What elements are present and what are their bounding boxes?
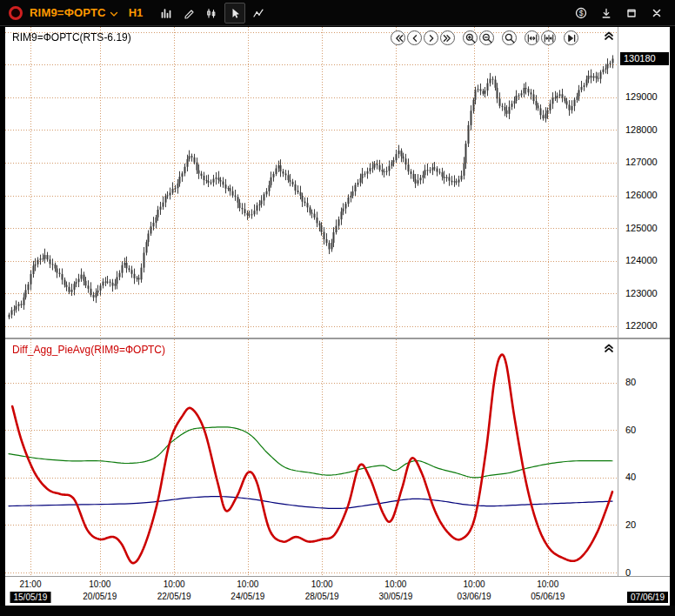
svg-text:$: $	[579, 9, 584, 17]
title-bar[interactable]: RIM9=ФОРТС H1 $	[0, 0, 675, 26]
chart-mode-button[interactable]	[202, 3, 221, 23]
maximize-button[interactable]	[622, 3, 641, 23]
date-label: 28/05/19	[305, 592, 339, 601]
indicator-axis-label: 80	[625, 377, 636, 387]
date-label: 15/05/19	[10, 592, 51, 603]
chart-area: RIM9=ФОРТС(RTS-6.19) 130180 122000123000…	[5, 27, 670, 606]
indicator-panel-title: Diff_Agg_PieAvg(RIM9=ФОРТС)	[12, 344, 165, 356]
trading-terminal-window: RIM9=ФОРТС H1 $ RIM9=ФОРТС(RTS-6.19) 130…	[0, 0, 675, 616]
timeframe-label[interactable]: H1	[129, 6, 144, 19]
indicator-axis-label: 60	[625, 425, 636, 435]
time-label: 10:00	[89, 579, 110, 589]
scroll-end-button[interactable]	[440, 30, 455, 45]
price-axis-label: 125000	[625, 223, 658, 233]
roll-down-button[interactable]	[597, 3, 616, 23]
cursor-button[interactable]	[224, 3, 245, 23]
indicator-axis-label: 20	[625, 519, 636, 530]
scroll-start-button[interactable]	[391, 30, 405, 45]
compress-width-button[interactable]	[541, 30, 556, 45]
time-label: 10:00	[384, 579, 406, 589]
close-button[interactable]	[647, 3, 666, 23]
window-frame-bottom	[0, 606, 675, 616]
zoom-out-button[interactable]	[479, 30, 494, 45]
time-label: 10:00	[537, 579, 558, 589]
current-price-box: 130180	[620, 52, 669, 65]
time-axis[interactable]: 21:0010:0010:0010:0010:0010:0010:0010:00…	[5, 576, 670, 606]
window-controls: $	[571, 3, 668, 23]
price-axis-label: 124000	[625, 255, 658, 265]
date-label: 05/06/19	[531, 592, 565, 601]
indicator-axis-label: 40	[625, 472, 636, 482]
price-axis[interactable]: 130180 122000123000124000125000126000127…	[618, 27, 670, 338]
toolbar	[153, 3, 268, 23]
money-button[interactable]: $	[571, 3, 591, 23]
chevron-down-icon[interactable]	[108, 8, 120, 20]
price-chart-canvas[interactable]	[5, 27, 618, 338]
price-axis-label: 123000	[625, 288, 658, 298]
time-label: 10:00	[464, 579, 485, 589]
go-to-end-button[interactable]	[564, 30, 578, 45]
time-label: 10:00	[164, 579, 185, 589]
price-axis-label: 126000	[625, 190, 658, 200]
date-label: 20/05/19	[83, 592, 117, 601]
price-axis-label: 127000	[625, 157, 658, 167]
scroll-right-button[interactable]	[424, 30, 438, 45]
price-axis-label: 129000	[625, 91, 658, 102]
date-label: 30/05/19	[378, 592, 412, 601]
indicator-canvas[interactable]	[5, 339, 618, 576]
collapse-price-panel-button[interactable]	[603, 29, 615, 44]
chart-nav-toolbar	[389, 30, 578, 45]
time-label: 10:00	[237, 579, 258, 589]
date-label: 24/05/19	[231, 592, 264, 601]
price-panel: RIM9=ФОРТС(RTS-6.19) 130180 122000123000…	[5, 27, 670, 338]
zoom-reset-button[interactable]	[502, 30, 517, 45]
symbol-selector[interactable]: RIM9=ФОРТС	[30, 6, 106, 19]
zoom-in-button[interactable]	[463, 30, 478, 45]
date-label: 22/05/19	[157, 592, 191, 601]
draw-button[interactable]	[179, 3, 198, 23]
indicators-button[interactable]	[249, 3, 268, 23]
connection-status-icon	[9, 6, 23, 20]
time-label: 21:00	[19, 579, 41, 589]
times-row: 21:0010:0010:0010:0010:0010:0010:0010:00	[5, 579, 670, 591]
dates-row: 15/05/1920/05/1922/05/1924/05/1928/05/19…	[5, 591, 670, 606]
date-label: 07/06/19	[627, 592, 668, 603]
price-panel-title: RIM9=ФОРТС(RTS-6.19)	[12, 31, 131, 44]
date-label: 03/06/19	[458, 592, 491, 601]
scroll-left-button[interactable]	[407, 30, 422, 45]
chart-type-button[interactable]	[157, 3, 176, 23]
price-axis-label: 128000	[625, 124, 658, 135]
collapse-indicator-panel-button[interactable]	[603, 341, 615, 357]
indicator-axis[interactable]: 020406080	[618, 339, 670, 576]
price-axis-label: 122000	[625, 320, 658, 331]
fit-width-button[interactable]	[525, 30, 539, 45]
time-label: 10:00	[311, 579, 333, 589]
indicator-panel: Diff_Agg_PieAvg(RIM9=ФОРТС) 020406080	[5, 339, 670, 576]
